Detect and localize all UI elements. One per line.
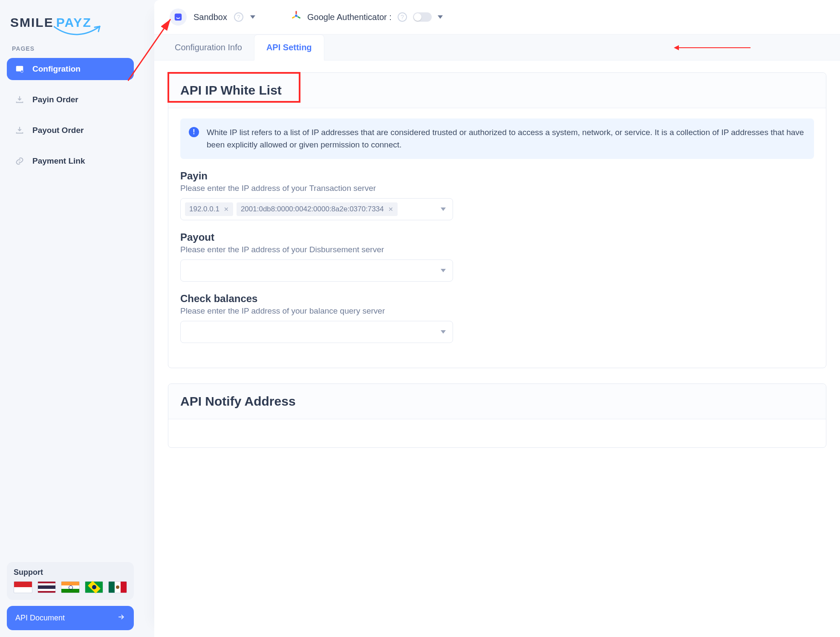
sidebar-item-label: Configration — [32, 64, 81, 74]
field-label: Check balances — [180, 293, 814, 305]
field-help: Please enter the IP address of your Disb… — [180, 245, 814, 254]
google-authenticator-block: Google Authenticator : ? — [291, 11, 443, 23]
chevron-down-icon[interactable] — [438, 15, 443, 19]
chevron-down-icon[interactable] — [250, 15, 255, 19]
info-alert-text: White IP list refers to a list of IP add… — [207, 126, 805, 151]
annotation-arrow-to-tab — [678, 47, 751, 48]
download-tray-icon — [14, 95, 25, 105]
card-header: API IP White List — [168, 73, 826, 108]
flag-thailand-icon[interactable] — [38, 581, 56, 593]
sidebar-item-configuration[interactable]: Configration — [7, 58, 134, 80]
chevron-down-icon[interactable] — [441, 330, 446, 334]
help-icon[interactable]: ? — [398, 12, 407, 22]
flag-indonesia-icon[interactable] — [14, 581, 32, 593]
card-body — [168, 419, 826, 447]
field-help: Please enter the IP address of your Tran… — [180, 184, 814, 193]
api-document-label: API Document — [15, 614, 65, 623]
card-notify-address: API Notify Address — [168, 383, 826, 448]
field-label: Payout — [180, 231, 814, 243]
help-icon[interactable]: ? — [234, 12, 243, 22]
card-title: API Notify Address — [180, 394, 296, 409]
card-header: API Notify Address — [168, 384, 826, 419]
flag-india-icon[interactable] — [61, 581, 80, 593]
main: Sandbox ? Google Authenticator : ? — [141, 0, 840, 637]
support-card: Support — [7, 562, 134, 600]
support-flags — [14, 581, 127, 593]
sidebar-item-payment-link[interactable]: Payment Link — [7, 150, 134, 172]
svg-point-4 — [295, 14, 297, 17]
flag-mexico-icon[interactable] — [108, 581, 127, 593]
svg-point-1 — [21, 70, 23, 73]
sidebar-item-label: Payment Link — [32, 156, 85, 166]
api-document-button[interactable]: API Document — [7, 606, 134, 630]
field-help: Please enter the IP address of your bala… — [180, 306, 814, 316]
download-tray-icon — [14, 125, 25, 135]
environment-label: Sandbox — [193, 12, 227, 22]
info-icon: ! — [189, 127, 199, 137]
field-check-balances: Check balances Please enter the IP addre… — [180, 293, 814, 343]
field-label: Payin — [180, 170, 814, 182]
sandbox-icon — [170, 9, 187, 26]
ip-tag: 192.0.0.1 ✕ — [185, 202, 233, 216]
tabs: Configuration Info API Setting — [154, 35, 840, 61]
environment-selector[interactable]: Sandbox ? — [170, 9, 255, 26]
google-authenticator-toggle[interactable] — [413, 12, 432, 22]
content: API IP White List ! White IP list refers… — [154, 61, 840, 480]
brand-part2: PAYZ — [56, 15, 92, 30]
info-alert: ! White IP list refers to a list of IP a… — [180, 118, 814, 159]
topbar: Sandbox ? Google Authenticator : ? — [154, 0, 840, 35]
card-body: ! White IP list refers to a list of IP a… — [168, 108, 826, 368]
google-authenticator-label: Google Authenticator : — [307, 12, 392, 22]
ip-tag: 2001:0db8:0000:0042:0000:8a2e:0370:7334 … — [237, 202, 398, 216]
sidebar-item-label: Payin Order — [32, 95, 78, 104]
remove-tag-icon[interactable]: ✕ — [388, 206, 393, 213]
card-title: API IP White List — [180, 83, 282, 98]
svg-rect-3 — [175, 14, 182, 21]
sidebar-item-label: Payout Order — [32, 126, 84, 135]
settings-card-icon — [14, 64, 25, 74]
tab-api-setting[interactable]: API Setting — [254, 35, 324, 61]
link-icon — [14, 156, 25, 166]
support-title: Support — [14, 568, 127, 577]
remove-tag-icon[interactable]: ✕ — [224, 206, 229, 213]
authenticator-icon — [291, 11, 301, 23]
brand-logo: SMILE PAYZ — [7, 10, 134, 42]
balance-ip-input[interactable] — [180, 321, 453, 343]
card-ip-whitelist: API IP White List ! White IP list refers… — [168, 72, 826, 368]
chevron-down-icon[interactable] — [441, 269, 446, 272]
sidebar-item-payin-order[interactable]: Payin Order — [7, 89, 134, 111]
flag-brazil-icon[interactable] — [85, 581, 104, 593]
arrow-right-icon — [117, 613, 125, 623]
main-panel: Sandbox ? Google Authenticator : ? — [154, 0, 840, 637]
tab-configuration-info[interactable]: Configuration Info — [163, 35, 254, 60]
sidebar-section-label: PAGES — [7, 42, 134, 58]
sidebar-item-payout-order[interactable]: Payout Order — [7, 119, 134, 141]
chevron-down-icon[interactable] — [441, 208, 446, 211]
field-payin: Payin Please enter the IP address of you… — [180, 170, 814, 220]
field-payout: Payout Please enter the IP address of yo… — [180, 231, 814, 282]
payout-ip-input[interactable] — [180, 259, 453, 282]
sidebar: SMILE PAYZ PAGES Configration Payin Orde… — [0, 0, 141, 637]
brand-part1: SMILE — [10, 15, 54, 30]
brand-swoosh-icon — [54, 25, 105, 37]
payin-ip-input[interactable]: 192.0.0.1 ✕ 2001:0db8:0000:0042:0000:8a2… — [180, 198, 453, 220]
